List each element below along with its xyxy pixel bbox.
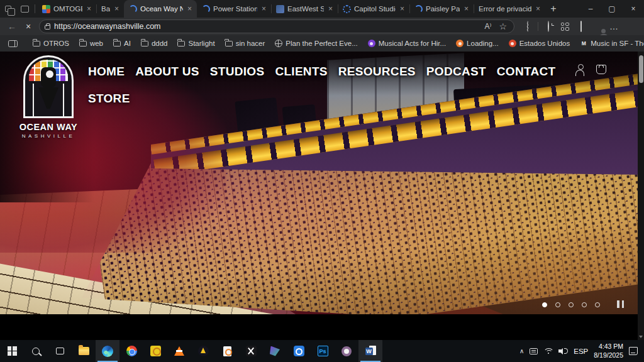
media-app-icon[interactable] [263,340,287,362]
start-button[interactable] [0,340,24,362]
nav-store[interactable]: STORE [88,92,130,106]
tab-actions-icon[interactable] [0,2,16,16]
ring-app-icon[interactable] [335,340,358,362]
bookmark-music-sf[interactable]: MMusic in SF - The Pu... [575,38,644,49]
carousel-dot-3[interactable] [569,302,574,307]
wifi-icon[interactable] [543,348,553,355]
nav-home[interactable]: HOME [88,65,125,79]
tab-ba[interactable]: Ba × [96,0,124,18]
web-capture-icon[interactable] [573,21,589,31]
photoshop-icon[interactable]: Ps [311,340,335,362]
nav-resources[interactable]: RESOURCES [338,65,416,79]
carousel-pause-button[interactable] [617,300,627,309]
system-tray: ∧ ESP 4:43 PM 8/19/2025 [519,340,644,362]
carousel-dot-2[interactable] [555,302,560,307]
bookmark-folder-starlight[interactable]: Starlight [173,38,219,49]
bookmark-musical-acts[interactable]: Musical Acts for Hir... [364,38,450,49]
history-icon[interactable] [540,21,557,31]
tab-ocean-way-active[interactable]: Ocean Way Nash × [124,0,197,18]
clock[interactable]: 4:43 PM 8/19/2025 [594,343,623,359]
search-icon[interactable] [24,340,48,362]
volume-icon[interactable] [558,348,568,355]
nav-studios[interactable]: STUDIOS [210,65,265,79]
tab-privacy-error[interactable]: Error de privacidad × [474,0,545,18]
nav-clients[interactable]: CLIENTS [275,65,327,79]
favorite-star-icon[interactable]: ☆ [497,21,509,31]
tab-close-icon[interactable]: × [186,4,193,13]
keyboard-language[interactable]: ESP [574,348,588,355]
ocean-way-logo[interactable]: OCEAN WAY NASHVILLE [19,55,78,139]
account-icon[interactable] [575,64,585,75]
daemon-tools-icon[interactable] [191,340,215,362]
bookmark-label: Plan the Perfect Eve... [286,40,357,47]
bookmark-folder-web[interactable]: web [75,38,108,49]
window-close-button[interactable]: × [623,0,644,18]
tab-close-icon[interactable]: × [399,4,406,13]
url-text[interactable]: https://oceanwaynashville.com [54,22,479,31]
logo-text: OCEAN WAY [19,122,78,132]
read-aloud-icon[interactable]: A⁾ [482,22,493,31]
tab-eastwest[interactable]: EastWest Studios × [271,0,338,18]
nav-contact[interactable]: CONTACT [497,65,556,79]
stop-loading-button[interactable]: × [20,21,36,31]
nav-podcast[interactable]: PODCAST [426,65,486,79]
settings-more-icon[interactable]: … [606,21,622,31]
tab-capitol[interactable]: Capitol Studios | × [338,0,409,18]
bookmark-label: Musical Acts for Hir... [379,40,446,47]
loading-spinner-favicon [129,5,137,13]
edge-taskbar-icon[interactable] [96,340,119,362]
https-lock-icon[interactable] [45,25,50,30]
tab-power-station[interactable]: Power Station at | × [197,0,271,18]
window-minimize-button[interactable]: – [580,0,601,18]
bookmark-label: OTROS [43,40,69,47]
bookmark-folder-otros[interactable]: OTROS [28,38,74,49]
browser-essentials-icon[interactable] [519,21,536,31]
cart-bag-icon[interactable] [596,65,606,74]
logo-subtext: NASHVILLE [19,133,78,139]
carousel-dot-4[interactable] [582,302,587,307]
scrollbar-thumb[interactable] [639,55,643,83]
tab-close-icon[interactable]: × [327,4,334,13]
sidebar-toggle-icon[interactable] [4,38,22,49]
action-center-icon[interactable] [629,347,638,355]
carousel-dot-1[interactable] [542,302,547,307]
scrollbar-down-arrow[interactable] [639,336,643,338]
document-viewer-icon[interactable] [215,340,239,362]
hidden-icons-chevron[interactable]: ∧ [519,348,524,354]
tab-close-icon[interactable]: × [535,4,541,13]
page-scrollbar[interactable] [638,52,644,340]
back-button[interactable]: ← [4,21,20,31]
bookmark-plan-perfect[interactable]: Plan the Perfect Eve... [270,38,362,49]
file-explorer-icon[interactable] [72,340,96,362]
bookmark-folder-dddd[interactable]: dddd [136,38,172,49]
bookmark-estados-unidos[interactable]: Estados Unidos [504,38,575,49]
tab-title: Power Station at | [213,5,257,13]
bookmark-folder-sin-hacer[interactable]: sin hacer [221,38,270,49]
input-indicator-icon[interactable] [530,348,538,354]
yellow-app-icon[interactable] [143,340,167,362]
tab-paisley-park[interactable]: Paisley Park | Prin × [409,0,474,18]
bookmark-loading[interactable]: Loading... [452,38,503,49]
tab-close-icon[interactable]: × [260,4,267,13]
capcut-icon[interactable] [239,340,263,362]
bookmarks-bar: OTROS web AI dddd Starlight sin hacer Pl… [0,35,644,52]
bookmark-folder-ai[interactable]: AI [109,38,135,49]
tab-close-icon[interactable]: × [113,4,120,13]
new-tab-button[interactable]: + [545,3,562,14]
tab-close-icon[interactable]: × [86,4,92,13]
vertical-tabs-icon[interactable] [16,2,33,16]
word-taskbar-icon[interactable]: W [358,340,382,362]
address-bar[interactable]: https://oceanwaynashville.com A⁾ ☆ [39,19,514,33]
apps-grid-icon[interactable] [557,23,573,31]
chrome-taskbar-icon[interactable] [119,340,143,362]
tab-omtogel[interactable]: OMTOGEL × [37,0,96,18]
carousel-dot-5[interactable] [595,302,600,307]
window-restore-button[interactable]: ▢ [601,0,623,18]
task-view-icon[interactable] [48,340,72,362]
vlc-icon[interactable] [167,340,191,362]
site-header: OCEAN WAY NASHVILLE HOME ABOUT US STUDIO… [0,52,644,158]
loading-spinner-favicon [343,5,351,13]
blue-app-icon[interactable] [287,340,311,362]
nav-about-us[interactable]: ABOUT US [135,65,199,79]
tab-close-icon[interactable]: × [463,4,470,13]
